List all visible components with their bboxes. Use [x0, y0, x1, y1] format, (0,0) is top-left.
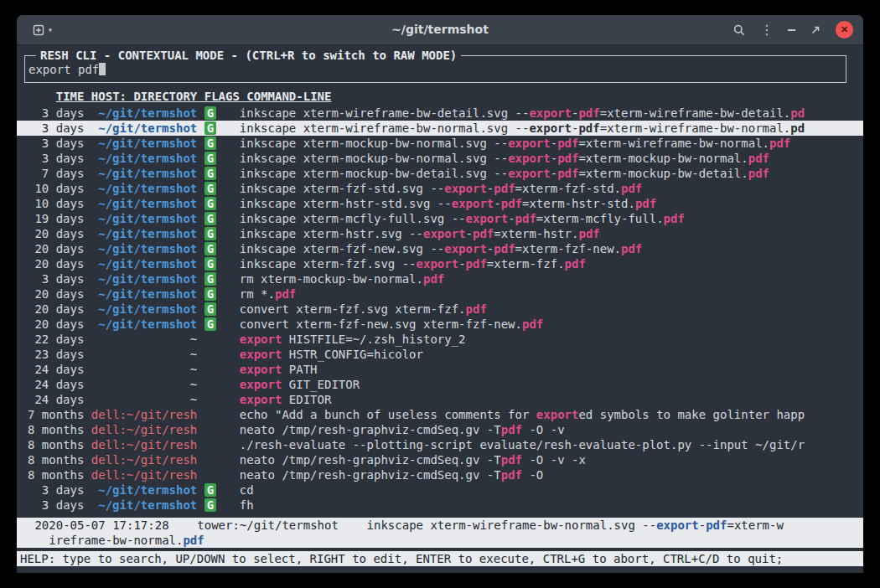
row-host-directory: ~: [91, 362, 197, 377]
history-row[interactable]: 8 monthsdell:~/git/reshneato /tmp/resh-g…: [17, 452, 863, 467]
row-time: 8 months: [28, 437, 84, 452]
row-time: 23 days: [28, 347, 84, 362]
history-row[interactable]: 3 days~/git/termshotGfh: [17, 498, 863, 513]
row-host-directory: ~/git/termshot: [91, 256, 197, 271]
row-time: 19 days: [28, 211, 84, 226]
detail-line-2: ireframe-bw-normal.pdf: [28, 533, 852, 548]
row-time: 20 days: [28, 241, 84, 256]
row-host-directory: ~: [91, 377, 197, 392]
history-row[interactable]: 3 days~/git/termshotGinkscape xterm-wire…: [17, 121, 863, 136]
history-row[interactable]: 8 monthsdell:~/git/reshneato /tmp/resh-g…: [17, 422, 863, 437]
git-flag-badge: G: [204, 167, 216, 180]
history-row[interactable]: 10 days~/git/termshotGinkscape xterm-fzf…: [17, 181, 863, 196]
history-row[interactable]: 24 days~export GIT_EDITOR: [17, 377, 863, 392]
row-flags: [204, 362, 240, 377]
detail-line-1: 2020-05-07 17:17:28 tower:~/git/termshot…: [28, 518, 852, 533]
row-time: 7 days: [28, 166, 84, 181]
new-terminal-icon: [32, 23, 45, 37]
history-row[interactable]: 20 days~/git/termshotGinkscape xterm-fzf…: [17, 241, 863, 256]
row-flags: G: [204, 271, 240, 286]
row-command: cd: [240, 482, 863, 498]
row-time: 3 days: [28, 151, 84, 166]
restore-button[interactable]: [810, 24, 821, 36]
history-row[interactable]: 3 days~/git/termshotGinkscape xterm-mock…: [17, 136, 863, 151]
row-time: 8 months: [28, 422, 84, 437]
row-flags: G: [204, 226, 240, 241]
row-host-directory: ~/git/termshot: [91, 136, 197, 151]
row-flags: [204, 422, 240, 437]
row-time: 20 days: [28, 226, 84, 241]
row-time: 3 days: [28, 271, 84, 286]
history-row[interactable]: 20 days~/git/termshotGrm *.pdf: [17, 286, 863, 302]
history-row[interactable]: 3 days~/git/termshotGinkscape xterm-wire…: [17, 106, 863, 121]
history-row[interactable]: 24 days~export EDITOR: [17, 392, 863, 407]
history-row[interactable]: 3 days~/git/termshotGrm xterm-mockup-bw-…: [17, 271, 863, 286]
help-bar: HELP: type to search, UP/DOWN to select,…: [17, 551, 863, 566]
row-command: inkscape xterm-mockup-bw-detail.svg --ex…: [240, 166, 863, 181]
history-row[interactable]: 7 monthsdell:~/git/reshecho "Add a bunch…: [17, 407, 863, 422]
text-cursor: [99, 63, 106, 75]
row-time: 3 days: [28, 498, 84, 513]
row-flags: [204, 332, 240, 347]
history-row[interactable]: 20 days~/git/termshotGinkscape xterm-hst…: [17, 226, 863, 241]
row-command: export PATH: [240, 362, 863, 377]
search-input[interactable]: export pdf: [28, 63, 106, 76]
history-row[interactable]: 20 days~/git/termshotGconvert xterm-fzf.…: [17, 302, 863, 317]
history-row[interactable]: 3 days~/git/termshotGcd: [17, 482, 863, 498]
row-flags: G: [204, 166, 240, 181]
row-flags: G: [204, 151, 240, 166]
row-flags: G: [204, 286, 240, 302]
row-command: inkscape xterm-wireframe-bw-detail.svg -…: [240, 106, 863, 121]
row-time: 10 days: [28, 181, 84, 196]
git-flag-badge: G: [204, 498, 216, 512]
history-row[interactable]: 23 days~export HSTR_CONFIG=hicolor: [17, 347, 863, 362]
history-header-pad: [28, 90, 56, 103]
history-row[interactable]: 8 monthsdell:~/git/resh./resh-evaluate -…: [17, 437, 863, 452]
row-command: inkscape xterm-fzf-new.svg --export-pdf=…: [240, 241, 863, 256]
history-row[interactable]: 20 days~/git/termshotGconvert xterm-fzf-…: [17, 317, 863, 332]
history-row[interactable]: 3 days~/git/termshotGinkscape xterm-mock…: [17, 151, 863, 166]
history-row[interactable]: 22 days~export HISTFILE=~/.zsh_history_2: [17, 332, 863, 347]
row-command: inkscape xterm-hstr-std.svg --export-pdf…: [240, 196, 863, 211]
titlebar[interactable]: ▾ ~/git/termshot ⋮ –: [17, 15, 863, 45]
row-flags: G: [204, 121, 240, 136]
row-time: 7 months: [28, 407, 84, 422]
row-flags: [204, 377, 240, 392]
row-host-directory: ~/git/termshot: [91, 302, 197, 317]
minimize-button[interactable]: –: [788, 23, 795, 36]
row-command: export GIT_EDITOR: [240, 377, 863, 392]
row-flags: G: [204, 317, 240, 332]
chevron-down-icon: ▾: [48, 26, 53, 34]
row-host-directory: dell:~/git/resh: [91, 422, 197, 437]
terminal-content: RESH CLI - CONTEXTUAL MODE - (CTRL+R to …: [17, 55, 863, 573]
row-time: 8 months: [28, 452, 84, 467]
row-command: fh: [240, 498, 863, 513]
history-header: TIME HOST: DIRECTORY FLAGS COMMAND-LINE: [17, 89, 863, 104]
row-flags: G: [204, 241, 240, 256]
search-button[interactable]: [732, 23, 746, 37]
history-row[interactable]: 19 days~/git/termshotGinkscape xterm-mcf…: [17, 211, 863, 226]
row-host-directory: ~/git/termshot: [91, 241, 197, 256]
history-row[interactable]: 7 days~/git/termshotGinkscape xterm-mock…: [17, 166, 863, 181]
row-host-directory: ~: [91, 392, 197, 407]
history-row[interactable]: 20 days~/git/termshotGinkscape xterm-fzf…: [17, 256, 863, 271]
history-row[interactable]: 10 days~/git/termshotGinkscape xterm-hst…: [17, 196, 863, 211]
git-flag-badge: G: [204, 227, 216, 240]
close-button[interactable]: ✕: [836, 21, 853, 39]
history-row[interactable]: 24 days~export PATH: [17, 362, 863, 377]
row-host-directory: dell:~/git/resh: [91, 467, 197, 482]
menu-button[interactable]: ⋮: [760, 23, 774, 37]
new-terminal-dropdown-button[interactable]: ▾: [48, 26, 53, 34]
row-command: inkscape xterm-mockup-bw-normal.svg --ex…: [240, 151, 863, 166]
git-flag-badge: G: [204, 212, 216, 225]
row-command: convert xterm-fzf-new.svg xterm-fzf-new.…: [240, 317, 863, 332]
screen: ▾ ~/git/termshot ⋮ –: [0, 0, 880, 588]
row-host-directory: dell:~/git/resh: [91, 452, 197, 467]
search-box[interactable]: RESH CLI - CONTEXTUAL MODE - (CTRL+R to …: [24, 55, 846, 83]
history-row[interactable]: 8 monthsdell:~/git/reshneato /tmp/resh-g…: [17, 467, 863, 482]
search-icon: [732, 23, 746, 37]
new-terminal-button[interactable]: [32, 23, 45, 37]
git-flag-badge: G: [204, 121, 216, 135]
row-flags: G: [204, 302, 240, 317]
git-flag-badge: G: [204, 197, 216, 210]
